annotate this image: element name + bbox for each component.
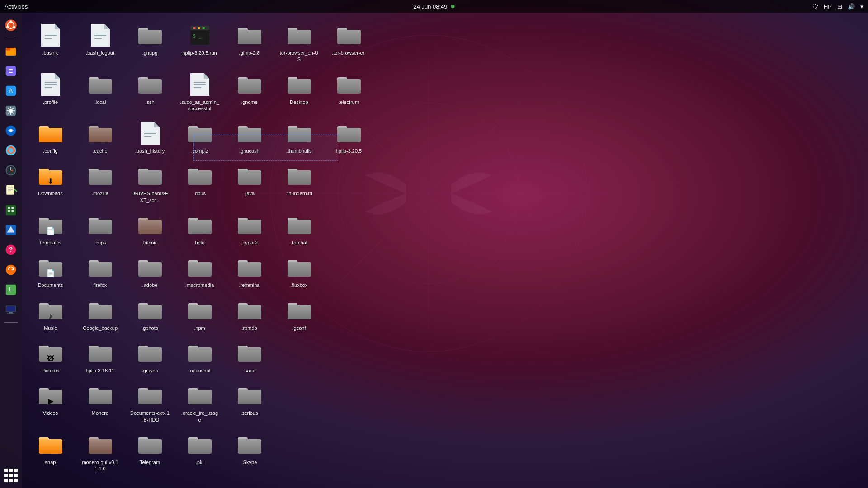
- file-label: .pypar2: [241, 239, 258, 246]
- svg-rect-21: [6, 185, 14, 195]
- file-item[interactable]: ⬇ Downloads: [29, 160, 72, 206]
- file-item[interactable]: 🖼 Pictures: [29, 338, 72, 376]
- file-icon-wrap: [287, 298, 312, 323]
- file-item[interactable]: .bash_logout: [79, 20, 122, 66]
- file-item[interactable]: ♪ Music: [29, 295, 72, 334]
- file-item[interactable]: .oracle_jre_usage: [178, 380, 221, 426]
- file-item[interactable]: .gnupg: [128, 20, 171, 66]
- file-label: .npm: [194, 325, 205, 331]
- file-item[interactable]: .electrum: [327, 69, 370, 115]
- file-item[interactable]: monero-gui-v0.11.1.0: [79, 429, 122, 475]
- file-item[interactable]: .sudo_as_admin_successful: [178, 69, 221, 115]
- file-item[interactable]: .Skype: [228, 429, 271, 475]
- dock-item-firefox[interactable]: [2, 141, 20, 160]
- file-item[interactable]: .gconf: [278, 295, 321, 334]
- file-item[interactable]: .fluxbox: [278, 252, 321, 291]
- file-item[interactable]: .remmina: [228, 252, 271, 291]
- file-item[interactable]: .gnome: [228, 69, 271, 115]
- dock-item-calc[interactable]: [2, 201, 20, 219]
- file-item[interactable]: .pki: [178, 429, 221, 475]
- file-item[interactable]: DRIVES-hard&EXT_scr...: [128, 160, 171, 206]
- file-item[interactable]: .openshot: [178, 338, 221, 376]
- file-item[interactable]: hplip-3.16.11: [79, 338, 122, 376]
- dock-item-sysinfo[interactable]: [2, 300, 20, 319]
- activities-button[interactable]: Activities: [5, 3, 28, 10]
- dock-item-libreoffice[interactable]: L: [2, 281, 20, 299]
- file-item[interactable]: 📄 Documents: [29, 252, 72, 291]
- file-item[interactable]: .compiz: [178, 118, 221, 157]
- file-icon-wrap: ⬇: [38, 163, 63, 188]
- file-item[interactable]: .adobe: [128, 252, 171, 291]
- file-icon-wrap: [38, 432, 63, 457]
- file-item[interactable]: .gimp-2.8: [228, 20, 271, 66]
- file-item[interactable]: 📄 Templates: [29, 210, 72, 249]
- shield-icon[interactable]: 🛡: [812, 3, 818, 10]
- dock-item-help[interactable]: ?: [2, 241, 20, 259]
- file-item[interactable]: .gnucash: [228, 118, 271, 157]
- file-item[interactable]: .bash_history: [128, 118, 171, 157]
- file-item[interactable]: .tor-browser-en: [327, 20, 370, 66]
- dock-item-appstore[interactable]: A: [2, 82, 20, 100]
- power-menu[interactable]: ▾: [860, 3, 863, 10]
- file-item[interactable]: Desktop: [278, 69, 321, 115]
- svg-rect-178: [138, 439, 162, 454]
- network-icon[interactable]: ⊞: [837, 3, 842, 10]
- file-item[interactable]: .grsync: [128, 338, 171, 376]
- dock-item-files[interactable]: [2, 42, 20, 60]
- file-item[interactable]: .torchat: [278, 210, 321, 249]
- hp-icon[interactable]: HP: [824, 3, 832, 10]
- file-item[interactable]: .npm: [178, 295, 221, 334]
- file-item[interactable]: Telegram: [128, 429, 171, 475]
- dock-item-show-apps[interactable]: [2, 466, 20, 484]
- svg-rect-126: [238, 220, 261, 234]
- dock-item-settings[interactable]: [2, 102, 20, 120]
- dock-item-placeholder1[interactable]: ☰: [2, 62, 20, 80]
- file-item[interactable]: .profile: [29, 69, 72, 115]
- file-item[interactable]: .macromedia: [178, 252, 221, 291]
- file-item[interactable]: ▶ Videos: [29, 380, 72, 426]
- file-label: .sane: [243, 367, 255, 374]
- dock-item-clock[interactable]: [2, 161, 20, 179]
- file-item[interactable]: snap: [29, 429, 72, 475]
- file-item[interactable]: .thunderbird: [278, 160, 321, 206]
- file-item[interactable]: tor-browser_en-US: [278, 20, 321, 66]
- file-item[interactable]: .local: [79, 69, 122, 115]
- file-item[interactable]: firefox: [79, 252, 122, 291]
- file-item[interactable]: $ _ hplip-3.20.5.run: [178, 20, 221, 66]
- dock-item-ubuntu[interactable]: [2, 16, 20, 34]
- file-item[interactable]: .cache: [79, 118, 122, 157]
- svg-rect-40: [7, 313, 15, 314]
- file-item[interactable]: .gphoto: [128, 295, 171, 334]
- dock-item-thunderbird[interactable]: [2, 122, 20, 140]
- file-item[interactable]: .hplip: [178, 210, 221, 249]
- dock-item-notes[interactable]: [2, 181, 20, 199]
- file-label: .tor-browser-en: [332, 50, 366, 56]
- file-item[interactable]: .bitcoin: [128, 210, 171, 249]
- file-item[interactable]: .dbus: [178, 160, 221, 206]
- file-item[interactable]: .mozilla: [79, 160, 122, 206]
- file-item[interactable]: .scribus: [228, 380, 271, 426]
- file-item[interactable]: .ssh: [128, 69, 171, 115]
- volume-icon[interactable]: 🔊: [848, 3, 855, 10]
- dock-item-update[interactable]: [2, 261, 20, 279]
- file-icon-wrap: [137, 298, 163, 323]
- file-item[interactable]: .sane: [228, 338, 271, 376]
- file-item[interactable]: .thumbnails: [278, 118, 321, 157]
- file-item[interactable]: .pypar2: [228, 210, 271, 249]
- file-item[interactable]: hplip-3.20.5: [327, 118, 370, 157]
- file-item[interactable]: Monero: [79, 380, 122, 426]
- file-label: .local: [94, 99, 106, 105]
- file-icon-wrap: [187, 255, 212, 280]
- svg-point-13: [9, 109, 13, 113]
- dock-item-draw[interactable]: [2, 221, 20, 239]
- file-item[interactable]: .bashrc: [29, 20, 72, 66]
- file-item[interactable]: .config: [29, 118, 72, 157]
- file-icon-wrap: [88, 121, 113, 146]
- file-item[interactable]: .java: [228, 160, 271, 206]
- file-item[interactable]: .cups: [79, 210, 122, 249]
- file-item[interactable]: Documents-ext-.1TB-HDD: [128, 380, 171, 426]
- svg-rect-63: [238, 30, 261, 44]
- file-item[interactable]: .rpmdb: [228, 295, 271, 334]
- file-item[interactable]: Google_backup: [79, 295, 122, 334]
- file-icon-wrap: [137, 121, 163, 146]
